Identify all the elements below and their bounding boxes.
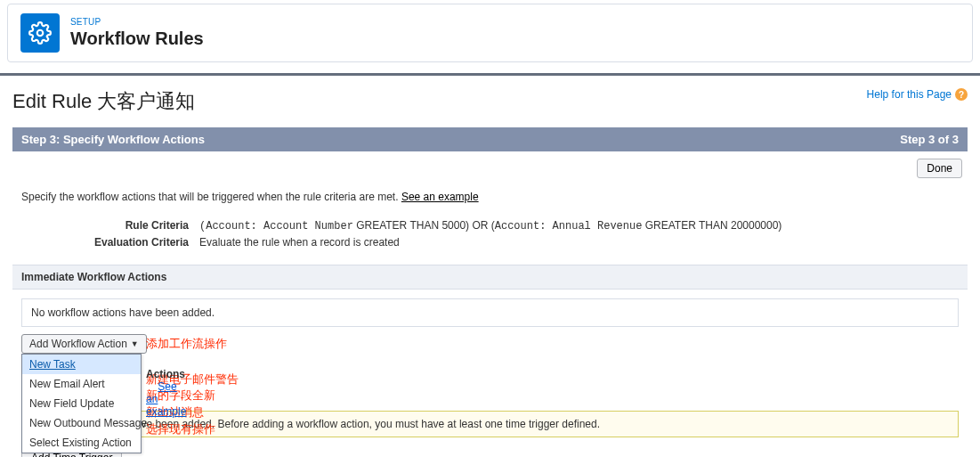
step-bar-left: Step 3: Specify Workflow Actions: [21, 133, 205, 146]
menu-item-new-field-update[interactable]: New Field Update: [22, 394, 141, 413]
add-workflow-action-button[interactable]: Add Workflow Action ▼: [21, 334, 147, 354]
page-title: Edit Rule 大客户通知: [12, 88, 195, 115]
time-dependent-see-example-link[interactable]: See an example: [146, 380, 186, 418]
add-workflow-action-label: Add Workflow Action: [29, 338, 127, 350]
help-icon: ?: [955, 88, 968, 101]
help-link-text: Help for this Page: [867, 88, 952, 101]
menu-item-new-task[interactable]: New Task: [22, 355, 141, 374]
evaluation-criteria-label: Evaluation Criteria: [21, 236, 199, 249]
annotation-add-action: 添加工作流操作: [146, 336, 227, 352]
evaluation-criteria-value: Evaluate the rule when a record is creat…: [199, 236, 959, 249]
step-bar: Step 3: Specify Workflow Actions Step 3 …: [12, 127, 968, 151]
svg-point-0: [37, 30, 44, 37]
instruction-body: Specify the workflow actions that will b…: [21, 191, 401, 203]
instruction-text: Specify the workflow actions that will b…: [12, 185, 968, 216]
time-dependent-actions-header: Actions: [146, 368, 185, 380]
menu-item-select-existing-action[interactable]: Select Existing Action: [22, 433, 141, 453]
rule-criteria-value: (Account: Account Number GREATER THAN 50…: [199, 219, 959, 233]
add-workflow-action-menu: New Task New Email Alert New Field Updat…: [21, 354, 142, 453]
gear-icon: [20, 13, 60, 53]
rule-criteria-label: Rule Criteria: [21, 219, 199, 233]
menu-item-new-email-alert[interactable]: New Email Alert: [22, 374, 141, 394]
done-button[interactable]: Done: [917, 159, 962, 178]
setup-label: SETUP: [70, 17, 204, 27]
immediate-actions-header: Immediate Workflow Actions: [12, 265, 968, 290]
menu-item-new-outbound-message[interactable]: New Outbound Message: [22, 413, 141, 433]
setup-text: SETUP Workflow Rules: [70, 17, 204, 49]
immediate-empty-message: No workflow actions have been added.: [21, 298, 959, 327]
setup-header: SETUP Workflow Rules: [7, 4, 973, 62]
chevron-down-icon: ▼: [131, 339, 139, 348]
page-module-title: Workflow Rules: [70, 29, 204, 49]
see-example-link[interactable]: See an example: [401, 191, 479, 203]
help-link[interactable]: Help for this Page ?: [867, 88, 968, 101]
step-bar-right: Step 3 of 3: [900, 133, 959, 146]
